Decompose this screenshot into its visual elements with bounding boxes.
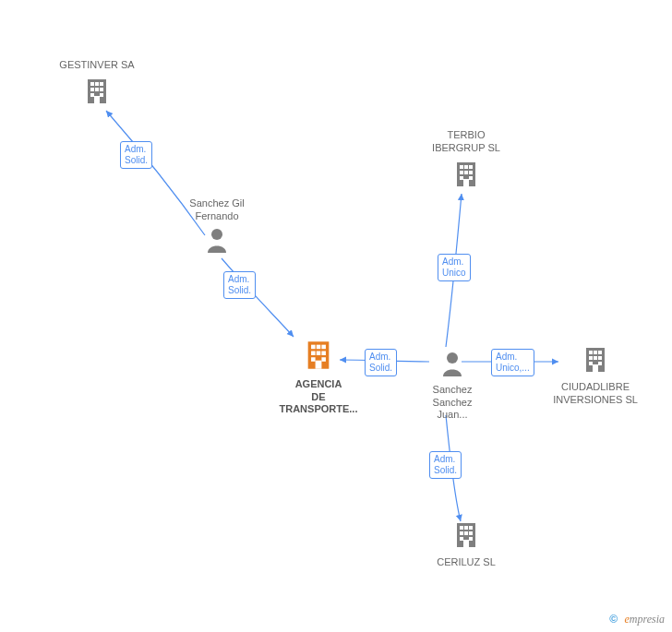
node-sanchez-gil[interactable]: Sanchez GilFernando: [166, 196, 268, 256]
svg-rect-24: [321, 345, 326, 350]
svg-rect-9: [94, 96, 100, 103]
svg-rect-4: [90, 88, 94, 91]
node-label-sanchez-sanchez: SanchezSanchezJuan...: [415, 384, 489, 422]
node-label-sanchez-gil: Sanchez GilFernando: [166, 197, 268, 223]
svg-rect-45: [469, 526, 473, 530]
edge-label-e2: Adm.Solid.: [223, 271, 256, 299]
svg-rect-36: [589, 356, 593, 360]
svg-rect-12: [464, 165, 468, 169]
diagram-canvas: Adm.Solid. Adm.Solid. Adm.Solid. Adm.Uni…: [0, 0, 672, 632]
svg-point-31: [447, 352, 458, 364]
svg-rect-33: [589, 351, 593, 354]
svg-rect-17: [460, 176, 463, 180]
node-label-ceriluz: CERILUZ SL: [420, 556, 512, 569]
svg-rect-39: [589, 362, 593, 365]
svg-rect-18: [469, 176, 473, 180]
svg-rect-47: [464, 531, 468, 535]
node-label-terbio: TERBIOIBERGRUP SL: [415, 129, 517, 155]
svg-rect-44: [464, 526, 468, 530]
svg-rect-1: [90, 82, 94, 86]
svg-rect-28: [311, 357, 316, 362]
node-ciudadlibre[interactable]: CIUDADLIBREINVERSIONES SL: [540, 346, 651, 406]
node-sanchez-sanchez[interactable]: SanchezSanchezJuan...: [415, 351, 489, 422]
copyright: © empresia: [609, 613, 665, 626]
svg-rect-22: [311, 345, 316, 350]
svg-rect-35: [598, 351, 602, 354]
svg-rect-41: [593, 364, 598, 372]
copyright-symbol: ©: [609, 613, 618, 626]
node-ceriluz[interactable]: CERILUZ SL: [420, 521, 512, 569]
svg-rect-26: [317, 351, 321, 355]
svg-rect-27: [321, 351, 326, 355]
node-agencia[interactable]: AGENCIADETRANSPORTE...: [263, 340, 374, 416]
svg-rect-3: [100, 82, 103, 86]
svg-rect-23: [317, 345, 321, 350]
node-label-agencia: AGENCIADETRANSPORTE...: [263, 378, 374, 416]
node-label-ciudadlibre: CIUDADLIBREINVERSIONES SL: [540, 381, 651, 407]
building-icon: [42, 78, 152, 109]
building-icon: [415, 161, 517, 192]
building-icon: [420, 521, 512, 553]
svg-rect-14: [460, 171, 463, 174]
svg-rect-51: [463, 540, 469, 547]
svg-rect-8: [100, 93, 103, 97]
edge-label-e5: Adm.Unico,...: [491, 349, 534, 376]
svg-rect-2: [95, 82, 99, 86]
edge-label-e6: Adm.Solid.: [429, 451, 462, 479]
brand-rest: mpresia: [630, 613, 665, 626]
svg-rect-50: [469, 537, 473, 541]
svg-rect-43: [460, 526, 463, 530]
person-icon: [415, 351, 489, 380]
svg-rect-37: [594, 356, 597, 360]
edge-label-e1: Adm.Solid.: [120, 141, 152, 169]
svg-rect-6: [100, 88, 103, 91]
node-terbio[interactable]: TERBIOIBERGRUP SL: [415, 127, 517, 191]
node-gestinver[interactable]: GESTINVER SA: [42, 57, 152, 109]
svg-rect-16: [469, 171, 473, 174]
svg-rect-30: [316, 361, 322, 369]
svg-rect-15: [464, 171, 468, 174]
svg-rect-49: [460, 537, 463, 541]
edge-label-e4: Adm.Unico: [438, 254, 471, 281]
building-icon: [540, 346, 651, 377]
svg-rect-48: [469, 531, 473, 535]
svg-rect-7: [90, 93, 94, 97]
svg-rect-29: [321, 357, 326, 362]
svg-rect-5: [95, 88, 99, 91]
svg-rect-19: [463, 179, 469, 186]
svg-rect-11: [460, 165, 463, 169]
building-icon: [263, 340, 374, 375]
svg-rect-13: [469, 165, 473, 169]
svg-rect-40: [598, 362, 602, 365]
svg-rect-46: [460, 531, 463, 535]
person-icon: [166, 227, 268, 256]
svg-point-20: [211, 229, 222, 240]
svg-rect-34: [594, 351, 597, 354]
svg-rect-25: [311, 351, 316, 355]
svg-rect-38: [598, 356, 602, 360]
node-label-gestinver: GESTINVER SA: [42, 59, 152, 72]
